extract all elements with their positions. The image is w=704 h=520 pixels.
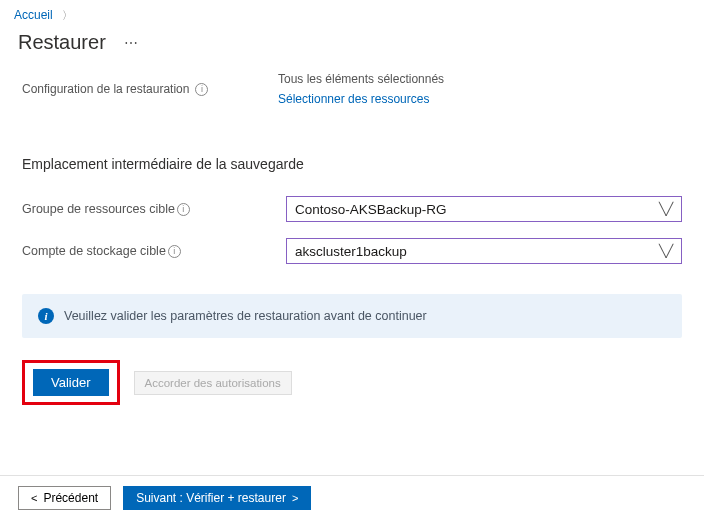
chevron-down-icon: ╲╱ [659, 202, 673, 216]
breadcrumb: Accueil 〉 [0, 0, 704, 23]
resource-group-dropdown[interactable]: Contoso-AKSBackup-RG ╲╱ [286, 196, 682, 222]
grant-permissions-button: Accorder des autorisations [134, 371, 292, 395]
storage-account-label: Compte de stockage cible i [22, 244, 286, 258]
storage-account-label-text: Compte de stockage cible [22, 244, 166, 258]
arrow-left-icon: < [31, 492, 37, 504]
info-solid-icon: i [38, 308, 54, 324]
highlight-annotation: Valider [22, 360, 120, 405]
page-title: Restaurer [18, 31, 106, 54]
next-button-label: Suivant : Vérifier + restaurer [136, 491, 286, 505]
chevron-right-icon: 〉 [62, 9, 73, 21]
arrow-right-icon: > [292, 492, 298, 504]
next-button[interactable]: Suivant : Vérifier + restaurer > [123, 486, 311, 510]
resource-group-row: Groupe de ressources cible i Contoso-AKS… [22, 196, 682, 222]
staging-location-heading: Emplacement intermédiaire de la sauvegar… [22, 156, 682, 172]
storage-account-value: akscluster1backup [295, 244, 407, 259]
previous-button[interactable]: < Précédent [18, 486, 111, 510]
validation-info-banner: i Veuillez valider les paramètres de res… [22, 294, 682, 338]
page-header: Restaurer ⋯ [0, 23, 704, 72]
restore-config-label-text: Configuration de la restauration [22, 82, 189, 96]
restore-config-label: Configuration de la restauration i [22, 72, 278, 106]
resource-group-label-text: Groupe de ressources cible [22, 202, 175, 216]
resource-group-value: Contoso-AKSBackup-RG [295, 202, 447, 217]
chevron-down-icon: ╲╱ [659, 244, 673, 258]
more-actions-icon[interactable]: ⋯ [124, 35, 140, 51]
validation-info-text: Veuillez valider les paramètres de resta… [64, 309, 427, 323]
wizard-footer: < Précédent Suivant : Vérifier + restaur… [0, 475, 704, 520]
restore-config-status-group: Tous les éléments sélectionnés Sélection… [278, 72, 444, 106]
storage-account-dropdown[interactable]: akscluster1backup ╲╱ [286, 238, 682, 264]
select-resources-link[interactable]: Sélectionner des ressources [278, 92, 429, 106]
storage-account-row: Compte de stockage cible i akscluster1ba… [22, 238, 682, 264]
resource-group-label: Groupe de ressources cible i [22, 202, 286, 216]
action-row: Valider Accorder des autorisations [22, 360, 682, 405]
previous-button-label: Précédent [43, 491, 98, 505]
breadcrumb-home-link[interactable]: Accueil [14, 8, 53, 22]
validate-button[interactable]: Valider [33, 369, 109, 396]
info-icon[interactable]: i [195, 83, 208, 96]
info-icon[interactable]: i [177, 203, 190, 216]
info-icon[interactable]: i [168, 245, 181, 258]
restore-config-status: Tous les éléments sélectionnés [278, 72, 444, 86]
restore-config-row: Configuration de la restauration i Tous … [22, 72, 682, 146]
